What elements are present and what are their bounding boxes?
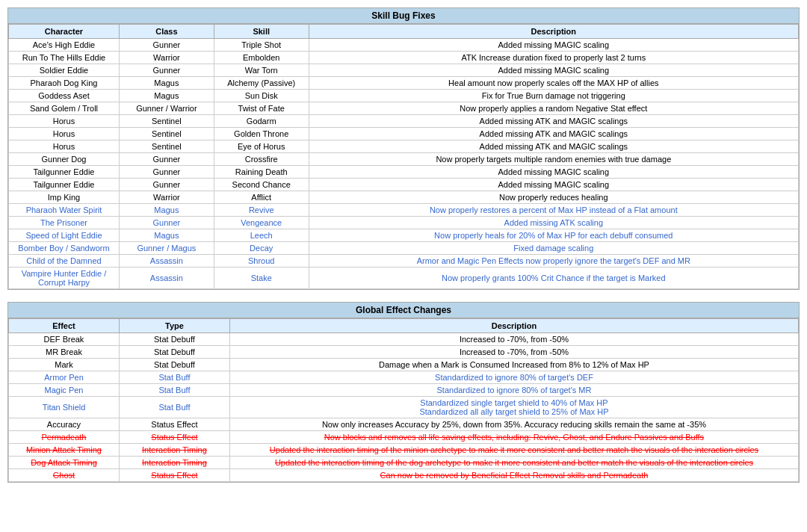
skill-bug-fixes-table: Character Class Skill Description Ace's … bbox=[8, 24, 799, 289]
global-effect: DEF Break bbox=[9, 333, 120, 346]
table-row: Sand Golem / Troll Gunner / Warrior Twis… bbox=[9, 102, 799, 115]
skill-class: Gunner bbox=[119, 217, 214, 229]
skill-skill: Alchemy (Passive) bbox=[214, 77, 309, 90]
skill-class: Warrior bbox=[119, 52, 214, 64]
skill-class: Gunner / Magus bbox=[119, 242, 214, 255]
skill-char: Sand Golem / Troll bbox=[9, 102, 120, 115]
table-row: Goddess Aset Magus Sun Disk Fix for True… bbox=[9, 90, 799, 102]
skill-desc: Now properly grants 100% Crit Chance if … bbox=[309, 267, 798, 289]
skill-char: Ace's High Eddie bbox=[9, 39, 120, 52]
global-desc: Now only increases Accuracy by 25%, down… bbox=[229, 418, 798, 431]
global-desc: Updated the interaction timing of the mi… bbox=[229, 444, 798, 457]
skill-skill: Decay bbox=[214, 242, 309, 255]
skill-class: Magus bbox=[119, 204, 214, 217]
global-desc: Damage when a Mark is Consumed Increased… bbox=[229, 359, 798, 371]
skill-class: Gunner bbox=[119, 64, 214, 77]
table-row: Run To The Hills Eddie Warrior Embolden … bbox=[9, 52, 799, 64]
skill-class: Magus bbox=[119, 77, 214, 90]
skill-char: Tailgunner Eddie bbox=[9, 179, 120, 191]
global-effect-changes-table: Effect Type Description DEF Break Stat D… bbox=[8, 318, 799, 482]
global-effect: Magic Pen bbox=[9, 384, 120, 397]
global-effect: MR Break bbox=[9, 346, 120, 359]
global-desc: Updated the interaction timing of the do… bbox=[229, 457, 798, 469]
skill-skill: Twist of Fate bbox=[214, 102, 309, 115]
skill-class: Sentinel bbox=[119, 115, 214, 128]
skill-skill: Second Chance bbox=[214, 179, 309, 191]
skill-desc: Heal amount now properly scales off the … bbox=[309, 77, 798, 90]
skill-class: Magus bbox=[119, 90, 214, 102]
skill-char: Horus bbox=[9, 128, 120, 140]
global-effect-changes-section: Global Effect Changes Effect Type Descri… bbox=[7, 302, 800, 483]
skill-class: Sentinel bbox=[119, 140, 214, 153]
table-row: Soldier Eddie Gunner War Torn Added miss… bbox=[9, 64, 799, 77]
global-desc: Now blocks and removes all life saving e… bbox=[229, 431, 798, 444]
skill-desc: Added missing MAGIC scaling bbox=[309, 64, 798, 77]
skill-char: Pharaoh Water Spirit bbox=[9, 204, 120, 217]
skill-skill: Eye of Horus bbox=[214, 140, 309, 153]
global-type: Stat Debuff bbox=[119, 333, 229, 346]
skill-char: Vampire Hunter Eddie / Corrupt Harpy bbox=[9, 267, 120, 289]
skill-desc: ATK Increase duration fixed to properly … bbox=[309, 52, 798, 64]
table-row: Mark Stat Debuff Damage when a Mark is C… bbox=[9, 359, 799, 371]
skill-class: Assassin bbox=[119, 267, 214, 289]
skill-skill: Sun Disk bbox=[214, 90, 309, 102]
skill-char: Imp King bbox=[9, 191, 120, 204]
skill-class: Sentinel bbox=[119, 128, 214, 140]
table-row: Horus Sentinel Golden Throne Added missi… bbox=[9, 128, 799, 140]
global-desc: Can now be removed by Beneficial Effect … bbox=[229, 469, 798, 482]
table-row: Vampire Hunter Eddie / Corrupt Harpy Ass… bbox=[9, 267, 799, 289]
table-row: The Prisoner Gunner Vengeance Added miss… bbox=[9, 217, 799, 229]
global-effect: Permadeath bbox=[9, 431, 120, 444]
table-row: DEF Break Stat Debuff Increased to -70%,… bbox=[9, 333, 799, 346]
global-effect: Titan Shield bbox=[9, 397, 120, 418]
skill-desc: Now properly heals for 20% of Max HP for… bbox=[309, 229, 798, 242]
skill-header-skill: Skill bbox=[214, 25, 309, 39]
skill-desc: Now properly reduces healing bbox=[309, 191, 798, 204]
global-effect: Accuracy bbox=[9, 418, 120, 431]
skill-desc: Added missing ATK and MAGIC scalings bbox=[309, 140, 798, 153]
table-row: Bomber Boy / Sandworm Gunner / Magus Dec… bbox=[9, 242, 799, 255]
skill-char: Pharaoh Dog King bbox=[9, 77, 120, 90]
global-type: Status Effect bbox=[119, 418, 229, 431]
table-row: Titan Shield Stat Buff Standardized sing… bbox=[9, 397, 799, 418]
skill-class: Gunner / Warrior bbox=[119, 102, 214, 115]
skill-char: Soldier Eddie bbox=[9, 64, 120, 77]
table-row: Gunner Dog Gunner Crossfire Now properly… bbox=[9, 153, 799, 166]
skill-desc: Added missing ATK scaling bbox=[309, 217, 798, 229]
table-row: Pharaoh Water Spirit Magus Revive Now pr… bbox=[9, 204, 799, 217]
global-type: Stat Buff bbox=[119, 397, 229, 418]
global-header-effect: Effect bbox=[9, 319, 120, 333]
table-row: Horus Sentinel Eye of Horus Added missin… bbox=[9, 140, 799, 153]
table-row: Imp King Warrior Afflict Now properly re… bbox=[9, 191, 799, 204]
global-effect: Minion Attack Timing bbox=[9, 444, 120, 457]
skill-desc: Now properly applies a random Negative S… bbox=[309, 102, 798, 115]
skill-char: Run To The Hills Eddie bbox=[9, 52, 120, 64]
table-row: Accuracy Status Effect Now only increase… bbox=[9, 418, 799, 431]
table-row: Tailgunner Eddie Gunner Raining Death Ad… bbox=[9, 166, 799, 179]
skill-char: Child of the Damned bbox=[9, 255, 120, 267]
skill-char: The Prisoner bbox=[9, 217, 120, 229]
global-desc: Standardized to ignore 80% of target's D… bbox=[229, 371, 798, 384]
skill-desc: Fixed damage scaling bbox=[309, 242, 798, 255]
global-desc: Standardized to ignore 80% of target's M… bbox=[229, 384, 798, 397]
skill-header-desc: Description bbox=[309, 25, 798, 39]
global-type: Stat Debuff bbox=[119, 346, 229, 359]
skill-skill: Shroud bbox=[214, 255, 309, 267]
skill-desc: Added missing MAGIC scaling bbox=[309, 166, 798, 179]
global-type: Stat Buff bbox=[119, 371, 229, 384]
skill-skill: Afflict bbox=[214, 191, 309, 204]
skill-skill: Leech bbox=[214, 229, 309, 242]
global-type: Status Effect bbox=[119, 431, 229, 444]
global-header-desc: Description bbox=[229, 319, 798, 333]
table-row: Permadeath Status Effect Now blocks and … bbox=[9, 431, 799, 444]
skill-desc: Added missing ATK and MAGIC scalings bbox=[309, 115, 798, 128]
global-effect: Ghost bbox=[9, 469, 120, 482]
skill-section-title: Skill Bug Fixes bbox=[8, 8, 799, 24]
skill-char: Speed of Light Eddie bbox=[9, 229, 120, 242]
skill-class: Gunner bbox=[119, 39, 214, 52]
global-effect: Dog Attack Timing bbox=[9, 457, 120, 469]
table-row: Horus Sentinel Godarm Added missing ATK … bbox=[9, 115, 799, 128]
skill-char: Goddess Aset bbox=[9, 90, 120, 102]
table-row: Minion Attack Timing Interaction Timing … bbox=[9, 444, 799, 457]
global-type: Stat Buff bbox=[119, 384, 229, 397]
